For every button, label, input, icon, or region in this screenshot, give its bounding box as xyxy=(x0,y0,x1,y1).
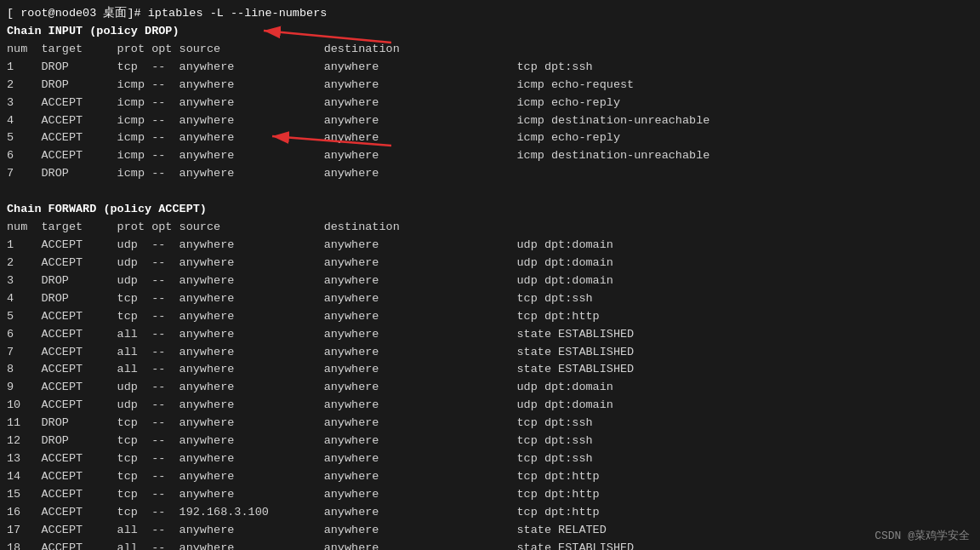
forward-row-14: 14 ACCEPT tcp -- anywhere anywhere tcp d… xyxy=(7,468,973,486)
input-row-7: 7 DROP icmp -- anywhere anywhere xyxy=(7,165,973,183)
input-row-5: 5 ACCEPT icmp -- anywhere anywhere icmp … xyxy=(7,129,973,147)
forward-col-header: num target prot opt source destination xyxy=(7,219,973,237)
chain-input-header: Chain INPUT (policy DROP) xyxy=(7,23,973,41)
forward-row-5: 5 ACCEPT tcp -- anywhere anywhere tcp dp… xyxy=(7,308,973,326)
input-col-header: num target prot opt source destination xyxy=(7,41,973,59)
input-row-1: 1 DROP tcp -- anywhere anywhere tcp dpt:… xyxy=(7,59,973,77)
forward-row-1: 1 ACCEPT udp -- anywhere anywhere udp dp… xyxy=(7,237,973,255)
input-rows-container: 1 DROP tcp -- anywhere anywhere tcp dpt:… xyxy=(7,59,973,183)
input-row-3: 3 ACCEPT icmp -- anywhere anywhere icmp … xyxy=(7,95,973,112)
forward-row-11: 11 DROP tcp -- anywhere anywhere tcp dpt… xyxy=(7,415,973,433)
forward-row-4: 4 DROP tcp -- anywhere anywhere tcp dpt:… xyxy=(7,290,973,308)
forward-row-7: 7 ACCEPT all -- anywhere anywhere state … xyxy=(7,344,973,362)
terminal: [ root@node03 桌面]# iptables -L --line-nu… xyxy=(0,0,980,550)
forward-row-16: 16 ACCEPT tcp -- 192.168.3.100 anywhere … xyxy=(7,504,973,522)
forward-row-13: 13 ACCEPT tcp -- anywhere anywhere tcp d… xyxy=(7,450,973,468)
forward-row-8: 8 ACCEPT all -- anywhere anywhere state … xyxy=(7,361,973,379)
chain-forward-header: Chain FORWARD (policy ACCEPT) xyxy=(7,201,973,219)
blank-line-1 xyxy=(7,183,973,201)
forward-rows-container: 1 ACCEPT udp -- anywhere anywhere udp dp… xyxy=(7,237,973,550)
forward-row-15: 15 ACCEPT tcp -- anywhere anywhere tcp d… xyxy=(7,486,973,504)
forward-row-12: 12 DROP tcp -- anywhere anywhere tcp dpt… xyxy=(7,433,973,450)
input-row-2: 2 DROP icmp -- anywhere anywhere icmp ec… xyxy=(7,77,973,95)
forward-row-18: 18 ACCEPT all -- anywhere anywhere state… xyxy=(7,540,973,550)
forward-row-6: 6 ACCEPT all -- anywhere anywhere state … xyxy=(7,326,973,344)
input-row-4: 4 ACCEPT icmp -- anywhere anywhere icmp … xyxy=(7,112,973,130)
forward-row-2: 2 ACCEPT udp -- anywhere anywhere udp dp… xyxy=(7,255,973,272)
forward-row-9: 9 ACCEPT udp -- anywhere anywhere udp dp… xyxy=(7,379,973,397)
prompt-line: [ root@node03 桌面]# iptables -L --line-nu… xyxy=(7,5,973,23)
forward-row-17: 17 ACCEPT all -- anywhere anywhere state… xyxy=(7,522,973,540)
forward-row-3: 3 DROP udp -- anywhere anywhere udp dpt:… xyxy=(7,272,973,290)
forward-row-10: 10 ACCEPT udp -- anywhere anywhere udp d… xyxy=(7,397,973,415)
watermark: CSDN @菜鸡学安全 xyxy=(875,528,970,543)
input-row-6: 6 ACCEPT icmp -- anywhere anywhere icmp … xyxy=(7,147,973,165)
